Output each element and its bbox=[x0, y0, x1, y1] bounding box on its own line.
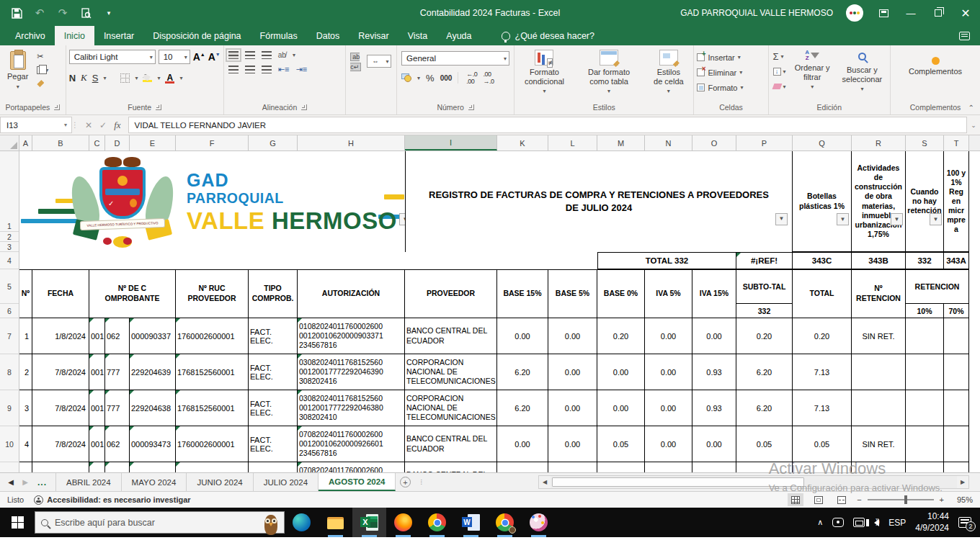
cell-fecha[interactable]: 7/8/2024 bbox=[32, 354, 89, 390]
cell-base0[interactable]: 0.25 bbox=[597, 462, 645, 472]
format-as-table-button[interactable]: Dar formato como tabla▾ bbox=[579, 48, 639, 96]
tray-expand-icon[interactable]: ∧ bbox=[817, 518, 823, 527]
cell-n[interactable]: 3 bbox=[19, 390, 32, 426]
borders-dropdown[interactable]: ▾ bbox=[135, 75, 138, 81]
cell-styles-button[interactable]: Estilos de celda▾ bbox=[646, 48, 690, 96]
menu-tab-ayuda[interactable]: Ayuda bbox=[437, 26, 481, 45]
menu-tab-disposici-n-de-p-gina[interactable]: Disposición de página bbox=[143, 26, 250, 45]
cell-base0[interactable]: 0.20 bbox=[597, 318, 645, 354]
code-343b-cell[interactable]: 343B bbox=[852, 252, 906, 269]
sheet-tab-abril-2024[interactable]: ABRIL 2024 bbox=[55, 473, 122, 491]
column-header-B[interactable]: B bbox=[32, 135, 89, 150]
cancel-icon[interactable]: ✕ bbox=[85, 120, 92, 130]
sheet-ellipsis[interactable]: ... bbox=[33, 477, 51, 487]
column-header-F[interactable]: F bbox=[176, 135, 249, 150]
cut-button[interactable]: ✂ bbox=[35, 50, 50, 62]
language-indicator[interactable]: ESP bbox=[888, 518, 906, 528]
cell-d[interactable]: 062 bbox=[105, 462, 130, 472]
header-regimen[interactable]: 100 y 1% Reg en micr mpre a bbox=[944, 151, 969, 252]
cell-ruc[interactable]: 1768152560001 bbox=[176, 390, 249, 426]
align-middle-button[interactable] bbox=[245, 51, 255, 59]
cell-base15[interactable]: 6.20 bbox=[497, 390, 548, 426]
cell-retencion[interactable] bbox=[852, 390, 906, 426]
column-header-T[interactable]: T bbox=[944, 135, 969, 150]
header-ruc[interactable]: Nº RUC PROVEEDOR bbox=[176, 269, 249, 318]
column-header-D[interactable]: D bbox=[105, 135, 130, 150]
taskbar-edge-icon[interactable] bbox=[285, 508, 318, 537]
shrink-font-button[interactable]: A▼ bbox=[208, 51, 220, 63]
find-select-button[interactable]: Buscar y seleccionar▾ bbox=[837, 48, 887, 94]
taskbar-word-icon[interactable]: W bbox=[454, 508, 488, 537]
header-proveedor[interactable]: PROVEEDOR bbox=[405, 269, 497, 318]
cell-s[interactable] bbox=[906, 318, 944, 354]
cell-fecha[interactable]: 7/8/2024 bbox=[32, 390, 89, 426]
cell-t[interactable] bbox=[944, 390, 969, 426]
cell-total[interactable]: 7.13 bbox=[793, 354, 852, 390]
row-header-7[interactable]: 7 bbox=[0, 318, 19, 354]
scroll-right-icon[interactable]: ▶ bbox=[957, 479, 968, 485]
cell-c[interactable]: 001 bbox=[89, 354, 105, 390]
cell-s[interactable] bbox=[906, 390, 944, 426]
filter-dropdown-logo[interactable]: ▼ bbox=[399, 213, 405, 225]
cell-d[interactable]: 062 bbox=[105, 426, 130, 462]
cell-iva15[interactable]: 0.93 bbox=[692, 390, 736, 426]
filter-dropdown-title[interactable]: ▼ bbox=[775, 213, 788, 225]
copy-button[interactable]: ▾ bbox=[35, 64, 50, 76]
wrap-text-button[interactable]: abc↵ bbox=[350, 51, 361, 71]
autosum-button[interactable]: Σ▾ bbox=[772, 50, 788, 62]
cell-s[interactable] bbox=[906, 426, 944, 462]
zoom-slider-thumb[interactable] bbox=[904, 495, 907, 504]
menu-tab-insertar[interactable]: Insertar bbox=[94, 26, 143, 45]
cell-fecha[interactable]: 7/8/2024 bbox=[32, 426, 89, 462]
clipboard-dialog-launcher[interactable] bbox=[54, 104, 60, 110]
bold-button[interactable]: N bbox=[69, 73, 76, 84]
column-header-L[interactable]: L bbox=[548, 135, 597, 150]
cell-ruc[interactable]: 1760002600001 bbox=[176, 426, 249, 462]
code-343a-cell[interactable]: 343A bbox=[944, 252, 969, 269]
delete-cells-button[interactable]: Eliminar▾ bbox=[697, 66, 742, 78]
accessibility-status[interactable]: Accesibilidad: es necesario investigar bbox=[34, 495, 190, 505]
cell-d[interactable]: 777 bbox=[105, 390, 130, 426]
taskbar-search-input[interactable]: Escribe aquí para buscar bbox=[35, 511, 285, 534]
taskbar-excel-icon[interactable]: X bbox=[352, 508, 386, 537]
cell-autorizacion[interactable]: 07082024011760002600 0012001062000093473… bbox=[298, 462, 405, 472]
cell-subtotal[interactable]: 6.20 bbox=[736, 390, 793, 426]
cell-retencion[interactable] bbox=[852, 354, 906, 390]
cell-subtotal[interactable]: 0.20 bbox=[736, 318, 793, 354]
restore-button[interactable] bbox=[931, 6, 945, 20]
cell-s[interactable] bbox=[906, 462, 944, 472]
new-sheet-button[interactable]: + bbox=[396, 473, 414, 491]
filter-dropdown-q[interactable]: ▼ bbox=[837, 213, 849, 225]
code-343c-cell[interactable]: 343C bbox=[793, 252, 852, 269]
code-332-cell[interactable]: 332 bbox=[906, 252, 944, 269]
horizontal-scroll-thumb[interactable] bbox=[552, 477, 804, 487]
format-painter-button[interactable] bbox=[35, 78, 50, 89]
cell-comprobante[interactable]: 229204638 bbox=[130, 390, 176, 426]
insert-function-icon[interactable]: fx bbox=[114, 120, 120, 131]
menu-tab-revisar[interactable]: Revisar bbox=[349, 26, 398, 45]
name-box[interactable]: I13▾ bbox=[0, 117, 72, 133]
header-autorizacion[interactable]: AUTORIZACIÓN bbox=[298, 269, 405, 318]
column-header-I[interactable]: I bbox=[405, 135, 497, 150]
menu-tab-vista[interactable]: Vista bbox=[398, 26, 437, 45]
cell-tipo[interactable]: FACT. ELEC. bbox=[249, 462, 298, 472]
cell-autorizacion[interactable]: 07082024011760002600 0012001062000092660… bbox=[298, 426, 405, 462]
logo-cell[interactable]: ✓ VALLE HERMOSO TURÍSTICO Y PRODUCTIVO G… bbox=[19, 151, 405, 252]
cell-iva15[interactable]: 0.00 bbox=[692, 426, 736, 462]
cell-iva5[interactable]: 0.00 bbox=[645, 426, 692, 462]
font-color-button[interactable]: A bbox=[165, 73, 174, 84]
tab-splitter-handle[interactable]: ⁞ bbox=[414, 473, 429, 491]
orientation-dropdown[interactable]: ▾ bbox=[293, 52, 295, 58]
cell-ruc[interactable]: 1760002600001 bbox=[176, 318, 249, 354]
underline-dropdown[interactable]: ▾ bbox=[103, 75, 106, 81]
column-header-Q[interactable]: Q bbox=[793, 135, 852, 150]
enter-icon[interactable]: ✓ bbox=[99, 120, 107, 130]
header-iva5[interactable]: IVA 5% bbox=[645, 269, 692, 318]
cell-retencion[interactable]: SIN RET. bbox=[852, 426, 906, 462]
filter-dropdown-s[interactable]: ▼ bbox=[930, 213, 942, 225]
cell-iva15[interactable]: 0.00 bbox=[692, 318, 736, 354]
number-format-combo[interactable]: General▾ bbox=[401, 51, 509, 66]
font-dialog-launcher[interactable] bbox=[156, 104, 161, 110]
cell-autorizacion[interactable]: 03082024011768152560 0012001777229204638… bbox=[298, 390, 405, 426]
clear-button[interactable]: ▾ bbox=[772, 81, 788, 92]
